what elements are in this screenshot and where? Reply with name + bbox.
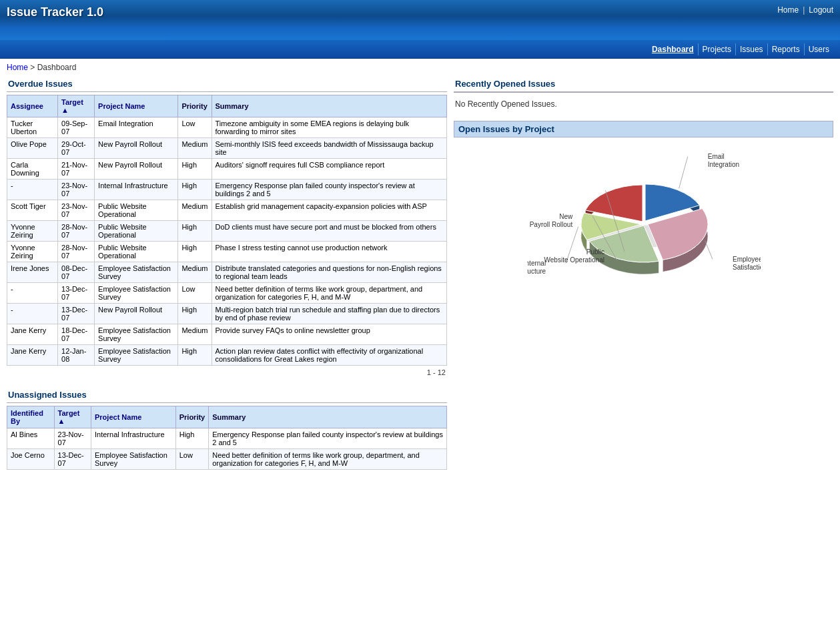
cell-assignee: Jane Kerry	[7, 345, 58, 366]
cell-summary: Phase I stress testing cannot use produc…	[212, 242, 447, 262]
cell-assignee: Yvonne Zeiring	[7, 242, 58, 262]
cell-summary: Semi-monthly ISIS feed exceeds bandwidth…	[212, 138, 447, 159]
cell-target: 13-Dec-07	[58, 304, 95, 324]
cell-target: 18-Dec-07	[58, 324, 95, 345]
nav-users[interactable]: Users	[805, 43, 833, 55]
cell-assignee: -	[7, 180, 58, 200]
overdue-pagination: 1 - 12	[7, 366, 447, 379]
svg-text:PublicWebsite Operational: PublicWebsite Operational	[544, 248, 604, 264]
nav-dashboard[interactable]: Dashboard	[648, 43, 699, 55]
cell-summary: Need better definition of terms like wor…	[212, 283, 447, 304]
cell-target: 13-Dec-07	[54, 449, 91, 470]
cell-summary: Need better definition of terms like wor…	[209, 449, 447, 470]
svg-text:EmailIntegration: EmailIntegration	[707, 153, 739, 168]
overdue-table-row: Irene Jones 08-Dec-07 Employee Satisfact…	[7, 262, 447, 283]
open-issues-title: Open Issues by Project	[454, 121, 833, 137]
cell-priority: Medium	[178, 262, 212, 283]
cell-assignee: Yvonne Zeiring	[7, 221, 58, 242]
cell-assignee: -	[7, 283, 58, 304]
cell-summary: Multi-region batch trial run schedule an…	[212, 304, 447, 324]
app-header: Issue Tracker 1.0 Home | Logout	[0, 0, 840, 40]
breadcrumb-home[interactable]: Home	[7, 63, 28, 72]
col-identified-by[interactable]: Identified By	[7, 406, 55, 428]
cell-target: 23-Nov-07	[58, 200, 95, 221]
cell-target: 28-Nov-07	[58, 221, 95, 242]
cell-priority: Low	[178, 283, 212, 304]
cell-project: Public Website Operational	[95, 221, 178, 242]
pie-chart: EmailIntegrationEmployeeSatisfaction Sur…	[527, 143, 761, 290]
cell-target: 12-Jan-08	[58, 345, 95, 366]
col-priority: Priority	[178, 95, 212, 117]
cell-summary: Action plan review dates conflict with e…	[212, 345, 447, 366]
cell-project: New Payroll Rollout	[95, 138, 178, 159]
navbar: Dashboard Projects Issues Reports Users	[0, 40, 840, 59]
cell-priority: High	[178, 159, 212, 180]
no-issues-message: No Recently Opened Issues.	[454, 97, 833, 111]
cell-assignee: Olive Pope	[7, 138, 58, 159]
svg-text:NewPayroll Rollout: NewPayroll Rollout	[529, 213, 572, 228]
header-home-link[interactable]: Home	[777, 5, 799, 15]
svg-line-3	[705, 241, 712, 260]
overdue-table-row: Carla Downing 21-Nov-07 New Payroll Roll…	[7, 159, 447, 180]
cell-summary: Provide survey FAQs to online newsletter…	[212, 324, 447, 345]
cell-identified-by: Al Bines	[7, 428, 55, 449]
cell-assignee: Jane Kerry	[7, 324, 58, 345]
header-logout-link[interactable]: Logout	[809, 5, 833, 15]
overdue-table-row: Tucker Uberton 09-Sep-07 Email Integrati…	[7, 117, 447, 138]
overdue-table-row: Yvonne Zeiring 28-Nov-07 Public Website …	[7, 242, 447, 262]
header-separator: |	[803, 5, 805, 15]
cell-priority: Medium	[178, 324, 212, 345]
cell-target: 28-Nov-07	[58, 242, 95, 262]
col-priority2: Priority	[175, 406, 209, 428]
nav-projects[interactable]: Projects	[699, 43, 736, 55]
left-column: Overdue Issues Assignee Target ▲ Project…	[7, 76, 447, 470]
overdue-table-header-row: Assignee Target ▲ Project Name Priority …	[7, 95, 447, 117]
recently-opened-title: Recently Opened Issues	[454, 76, 833, 93]
cell-target: 21-Nov-07	[58, 159, 95, 180]
cell-project: Email Integration	[95, 117, 178, 138]
overdue-table-row: Scott Tiger 23-Nov-07 Public Website Ope…	[7, 200, 447, 221]
cell-project: New Payroll Rollout	[95, 159, 178, 180]
cell-priority: High	[178, 242, 212, 262]
pie-chart-container: EmailIntegrationEmployeeSatisfaction Sur…	[527, 143, 761, 290]
overdue-table-row: Jane Kerry 12-Jan-08 Employee Satisfacti…	[7, 345, 447, 366]
svg-line-1	[679, 156, 687, 188]
open-issues-section: Open Issues by Project EmailIntegrationE…	[454, 121, 833, 290]
main-content: Overdue Issues Assignee Target ▲ Project…	[0, 76, 840, 470]
col-target[interactable]: Target ▲	[58, 95, 95, 117]
cell-summary: Timezone ambiguity in some EMEA regions …	[212, 117, 447, 138]
cell-project: Employee Satisfaction Survey	[95, 283, 178, 304]
cell-summary: Establish grid management capacity-expan…	[212, 200, 447, 221]
recently-opened-section: Recently Opened Issues No Recently Opene…	[454, 76, 833, 111]
overdue-table-row: Jane Kerry 18-Dec-07 Employee Satisfacti…	[7, 324, 447, 345]
col-assignee[interactable]: Assignee	[7, 95, 58, 117]
col-project[interactable]: Project Name	[95, 95, 178, 117]
cell-summary: Emergency Response plan failed county in…	[209, 428, 447, 449]
cell-priority: Low	[178, 117, 212, 138]
cell-priority: High	[178, 180, 212, 200]
cell-priority: High	[178, 304, 212, 324]
nav-reports[interactable]: Reports	[768, 43, 805, 55]
cell-project: Employee Satisfaction Survey	[95, 345, 178, 366]
header-nav: Home | Logout	[777, 5, 833, 15]
col-summary2: Summary	[209, 406, 447, 428]
cell-assignee: Carla Downing	[7, 159, 58, 180]
cell-target: 23-Nov-07	[54, 428, 91, 449]
breadcrumb-current: Dashboard	[37, 63, 77, 72]
overdue-table-row: - 13-Dec-07 New Payroll Rollout High Mul…	[7, 304, 447, 324]
cell-summary: DoD clients must have secure port and mu…	[212, 221, 447, 242]
unassigned-table-row: Joe Cerno 13-Dec-07 Employee Satisfactio…	[7, 449, 447, 470]
cell-target: 23-Nov-07	[58, 180, 95, 200]
cell-assignee: Scott Tiger	[7, 200, 58, 221]
unassigned-table-row: Al Bines 23-Nov-07 Internal Infrastructu…	[7, 428, 447, 449]
overdue-issues-section: Overdue Issues Assignee Target ▲ Project…	[7, 76, 447, 379]
unassigned-issues-section: Unassigned Issues Identified By Target ▲…	[7, 387, 447, 470]
breadcrumb: Home > Dashboard	[0, 59, 840, 76]
col-project2[interactable]: Project Name	[91, 406, 176, 428]
col-target2[interactable]: Target ▲	[54, 406, 91, 428]
cell-assignee: Tucker Uberton	[7, 117, 58, 138]
overdue-table-body: Tucker Uberton 09-Sep-07 Email Integrati…	[7, 117, 447, 366]
nav-issues[interactable]: Issues	[736, 43, 768, 55]
cell-identified-by: Joe Cerno	[7, 449, 55, 470]
cell-project: Public Website Operational	[95, 242, 178, 262]
